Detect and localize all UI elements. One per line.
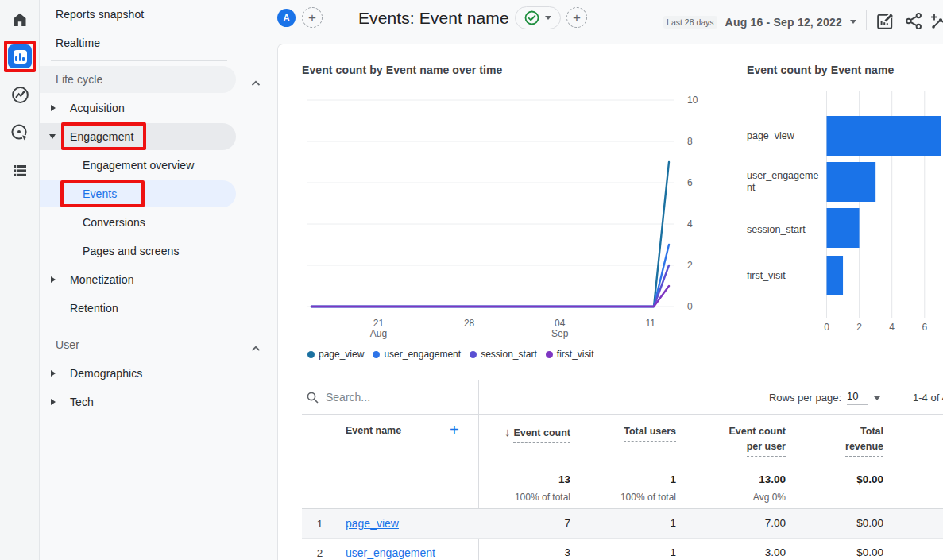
row-index: 2 (302, 539, 338, 560)
table-row: 2user_engagement313.00$0.00 (302, 539, 943, 560)
nav-section-user[interactable]: User (40, 330, 276, 359)
date-range-picker[interactable]: Last 28 days Aug 16 - Sep 12, 2022 (663, 0, 856, 44)
svg-text:2: 2 (687, 260, 693, 271)
legend-label: page_view (319, 349, 364, 360)
sidebar-item-retention[interactable]: Retention (40, 294, 276, 322)
add-comparison-button[interactable]: + (302, 7, 323, 28)
sidebar-item-engagement-overview[interactable]: Engagement overview (40, 151, 276, 180)
svg-text:2: 2 (856, 322, 862, 333)
reports-rail-icon[interactable] (0, 44, 40, 68)
rows-per-page-label: Rows per page: (769, 392, 841, 404)
nav-section-life-cycle[interactable]: Life cycle (40, 65, 276, 94)
chevron-down-icon[interactable] (874, 396, 880, 400)
row-value: 7.00 (765, 517, 786, 529)
explore-icon (10, 85, 30, 105)
share-icon[interactable] (905, 12, 923, 33)
nav-item-label: Events (40, 187, 117, 200)
legend-item-page_view: page_view (307, 349, 364, 360)
search-input[interactable]: Search... (326, 391, 370, 404)
dimension-column-header[interactable]: Event name (346, 425, 401, 436)
sort-descending-icon: ↓ (504, 425, 511, 438)
nav-item-label: Conversions (40, 216, 145, 229)
advertising-rail-icon[interactable] (0, 123, 40, 143)
bar-chart-title: Event count by Event name (747, 64, 894, 76)
table-header-block: Event name + ↓Event countTotal usersEven… (302, 415, 943, 509)
svg-text:4: 4 (687, 218, 693, 230)
rows-per-page-select[interactable]: 10 (847, 390, 868, 405)
explore-rail-icon[interactable] (0, 85, 40, 105)
home-rail-icon[interactable] (0, 10, 40, 29)
row-value: 1 (670, 546, 676, 558)
nav-item-label: Demographics (40, 367, 142, 380)
chevron-down-icon (850, 20, 856, 24)
search-icon (307, 392, 319, 407)
sidebar-item-pages-and-screens[interactable]: Pages and screens (40, 237, 276, 265)
header-divider (866, 10, 867, 30)
nav-item-label: User (40, 338, 79, 351)
row-value: $0.00 (856, 546, 883, 558)
metric-column-header[interactable]: Totalrevenue (845, 424, 883, 457)
row-value: $0.00 (856, 517, 883, 529)
table-search-row: Search... Rows per page: 10 1-4 of 4 (302, 380, 943, 415)
row-value: 3 (564, 546, 570, 558)
legend-dot (546, 351, 553, 358)
insights-icon[interactable] (929, 12, 943, 34)
sidebar-item-conversions[interactable]: Conversions (40, 208, 276, 237)
customize-report-icon[interactable] (875, 12, 895, 34)
date-range-preset-label: Last 28 days (663, 16, 717, 29)
bar-chart: 0246 (826, 89, 943, 337)
add-metric-button[interactable]: + (566, 7, 587, 28)
event-name-link[interactable]: user_engagement (346, 546, 435, 559)
totals-value: 13 (558, 473, 570, 485)
svg-text:10: 10 (687, 95, 698, 106)
header-divider (334, 8, 334, 30)
nav-item-label: Retention (40, 302, 118, 315)
date-range-value: Aug 16 - Sep 12, 2022 (725, 16, 842, 29)
svg-text:11: 11 (646, 318, 656, 329)
legend-label: session_start (481, 349, 537, 360)
advertising-icon (10, 123, 30, 143)
report-nav-sidebar: Reports snapshotRealtimeLife cycleAcquis… (40, 0, 276, 560)
line-chart-title: Event count by Event name over time (302, 64, 502, 76)
legend-dot (470, 351, 477, 358)
svg-text:21: 21 (373, 318, 385, 329)
metric-column-header[interactable]: Event countper user (729, 424, 786, 457)
sidebar-item-events[interactable]: Events (40, 180, 276, 208)
svg-text:6: 6 (922, 322, 927, 333)
row-value: 7 (564, 517, 570, 529)
header-divider-fade (242, 44, 278, 44)
event-name-link[interactable]: page_view (346, 517, 399, 530)
nav-divider (51, 326, 227, 326)
nav-item-label: Monetization (40, 273, 134, 286)
sidebar-item-reports-snapshot[interactable]: Reports snapshot (40, 0, 276, 29)
sidebar-item-monetization[interactable]: Monetization (40, 265, 276, 294)
svg-text:8: 8 (687, 136, 693, 147)
bar-label-page_view: page_view (747, 130, 823, 142)
metric-column-header[interactable]: Total users (624, 424, 676, 442)
chevron-up-icon (251, 76, 261, 89)
avatar[interactable]: A (277, 9, 296, 27)
nav-item-label: Life cycle (40, 73, 102, 86)
sidebar-item-tech[interactable]: Tech (40, 388, 276, 416)
totals-value: 13.00 (759, 473, 786, 485)
bar-label-first_visit: first_visit (747, 270, 823, 282)
nav-item-label: Engagement overview (40, 159, 194, 172)
sidebar-item-acquisition[interactable]: Acquisition (40, 94, 276, 122)
svg-text:0: 0 (687, 301, 693, 312)
check-circle-icon (524, 10, 539, 25)
legend-dot (307, 351, 315, 358)
legend-item-session_start: session_start (470, 349, 537, 360)
reports-icon (8, 44, 32, 68)
sidebar-item-demographics[interactable]: Demographics (40, 359, 276, 388)
row-index: 1 (302, 509, 338, 539)
add-column-button[interactable]: + (450, 421, 459, 439)
svg-text:Aug: Aug (370, 328, 387, 339)
metric-column-header[interactable]: ↓Event count (504, 424, 570, 443)
library-rail-icon[interactable] (0, 161, 40, 180)
line-chart: 024681021Aug2804Sep11 (307, 89, 704, 343)
chevron-down-icon (545, 16, 551, 20)
nav-item-label: Reports snapshot (40, 8, 144, 21)
report-status-dropdown[interactable] (515, 6, 561, 29)
sidebar-item-realtime[interactable]: Realtime (40, 29, 276, 57)
sidebar-item-engagement[interactable]: Engagement (40, 122, 276, 151)
